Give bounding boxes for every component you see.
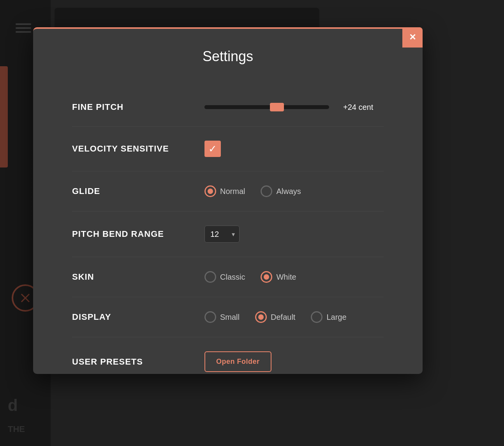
display-label: DISPLAY: [72, 312, 204, 322]
skin-classic-label: Classic: [220, 273, 245, 282]
display-small-radio[interactable]: [204, 311, 216, 323]
velocity-sensitive-row: VELOCITY SENSITIVE ✓: [72, 127, 384, 171]
glide-normal-radio[interactable]: [204, 185, 216, 197]
skin-classic-option[interactable]: Classic: [204, 271, 245, 283]
pitch-bend-range-select[interactable]: 2 7 12 24 48: [204, 226, 240, 243]
settings-modal: ✕ Settings FINE PITCH +24 cent VELOCITY …: [33, 27, 423, 374]
skin-label: SKIN: [72, 272, 204, 282]
display-small-option[interactable]: Small: [204, 311, 240, 323]
skin-control: Classic White: [204, 271, 384, 283]
open-folder-button[interactable]: Open Folder: [204, 351, 271, 372]
glide-always-option[interactable]: Always: [261, 185, 301, 197]
fine-pitch-label: FINE PITCH: [72, 102, 204, 112]
glide-normal-option[interactable]: Normal: [204, 185, 245, 197]
fine-pitch-row: FINE PITCH +24 cent: [72, 88, 384, 127]
modal-title: Settings: [33, 29, 423, 80]
skin-row: SKIN Classic White: [72, 257, 384, 297]
display-large-radio[interactable]: [311, 311, 322, 323]
fine-pitch-control: +24 cent: [204, 103, 384, 112]
fine-pitch-value: +24 cent: [343, 103, 373, 112]
display-large-option[interactable]: Large: [311, 311, 346, 323]
glide-always-radio[interactable]: [261, 185, 272, 197]
pitch-bend-range-control: 2 7 12 24 48: [204, 226, 384, 243]
velocity-sensitive-control: ✓: [204, 141, 384, 157]
fine-pitch-slider-track[interactable]: [204, 105, 329, 109]
pitch-bend-range-label: PITCH BEND RANGE: [72, 229, 204, 239]
glide-always-label: Always: [276, 187, 301, 196]
display-small-label: Small: [220, 313, 240, 322]
slider-fill: [204, 105, 277, 109]
display-control: Small Default Large: [204, 311, 384, 323]
glide-normal-label: Normal: [220, 187, 245, 196]
skin-white-radio[interactable]: [261, 271, 272, 283]
glide-label: GLIDE: [72, 186, 204, 196]
display-default-label: Default: [271, 313, 295, 322]
skin-classic-radio[interactable]: [204, 271, 216, 283]
velocity-sensitive-label: VELOCITY SENSITIVE: [72, 144, 204, 154]
skin-white-label: White: [276, 273, 296, 282]
display-row: DISPLAY Small Default Large: [72, 297, 384, 337]
display-default-option[interactable]: Default: [255, 311, 295, 323]
glide-row: GLIDE Normal Always: [72, 171, 384, 212]
user-presets-label: USER PRESETS: [72, 357, 204, 367]
glide-control: Normal Always: [204, 185, 384, 197]
velocity-sensitive-checkbox[interactable]: ✓: [204, 141, 221, 157]
slider-thumb[interactable]: [270, 103, 284, 111]
skin-white-option[interactable]: White: [261, 271, 296, 283]
display-default-radio[interactable]: [255, 311, 267, 323]
settings-content: FINE PITCH +24 cent VELOCITY SENSITIVE ✓…: [33, 80, 423, 394]
user-presets-control: Open Folder: [204, 351, 384, 372]
modal-close-button[interactable]: ✕: [402, 27, 423, 48]
checkmark-icon: ✓: [208, 144, 217, 154]
pitch-bend-range-select-wrapper: 2 7 12 24 48: [204, 226, 240, 243]
display-large-label: Large: [326, 313, 346, 322]
pitch-bend-range-row: PITCH BEND RANGE 2 7 12 24 48: [72, 212, 384, 257]
user-presets-row: USER PRESETS Open Folder: [72, 337, 384, 386]
